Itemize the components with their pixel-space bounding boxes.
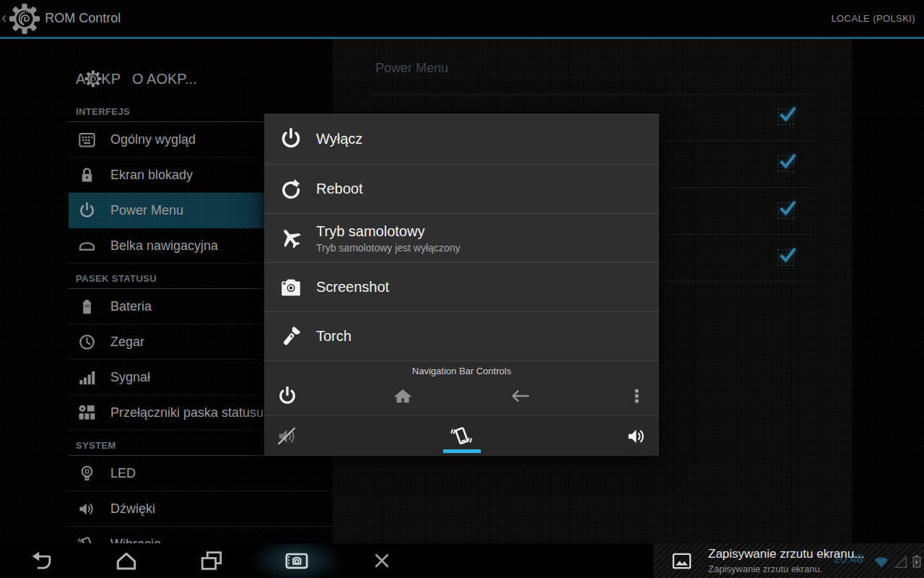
nav-bar-icon	[77, 236, 97, 256]
home-button[interactable]	[99, 543, 154, 578]
sidebar-item-led[interactable]: LED	[69, 456, 333, 491]
dialog-item-label: Screenshot	[316, 279, 389, 296]
dialog-item-label: Reboot	[316, 181, 363, 197]
navctl-home-button[interactable]	[385, 380, 420, 412]
sidebar-item-label: Belka nawigacyjna	[110, 238, 218, 254]
dialog-item-reboot[interactable]: Reboot	[264, 164, 659, 213]
vibrate-icon	[77, 535, 97, 544]
sidebar-item-label: Ekran blokady	[110, 168, 193, 183]
sidebar-item-label: Wibracje	[110, 537, 161, 544]
sidebar-item-label: Sygnał	[110, 370, 150, 385]
sound-mode-vibrate-button[interactable]	[443, 420, 480, 452]
app-title: ROM Control	[45, 11, 121, 26]
checkbox-checked[interactable]	[777, 155, 794, 172]
power-icon	[77, 201, 97, 220]
sound-mode-selected-indicator	[443, 449, 481, 453]
app-grid-icon	[77, 130, 97, 150]
clock-icon	[77, 332, 97, 352]
sidebar-item-label: Dźwięki	[110, 501, 155, 517]
locale-menu-item[interactable]: LOCALE (POLSKI)	[831, 13, 915, 24]
up-caret-icon: ‹	[1, 9, 6, 27]
toggles-icon	[77, 403, 97, 423]
about-word-pre: A	[76, 71, 85, 87]
aokp-mini-gear-icon	[84, 70, 102, 87]
cell-signal-icon	[893, 554, 909, 573]
dialog-item-power-off[interactable]: Wyłącz	[264, 113, 659, 164]
dialog-item-label: Tryb samolotowy	[316, 223, 460, 240]
recents-button[interactable]	[184, 543, 239, 578]
system-navigation-bar: 20:46	[0, 543, 924, 578]
picture-icon	[671, 550, 693, 575]
dialog-item-sublabel: Tryb samolotowy jest wyłączony	[316, 242, 460, 254]
battery-icon	[77, 297, 97, 316]
about-word-post: KP	[101, 71, 121, 87]
checkbox-checked[interactable]	[777, 108, 794, 125]
sidebar-item-sounds[interactable]: Dźwięki	[69, 491, 333, 527]
panel-title: Power Menu	[333, 39, 852, 94]
content-area: A KP O AOKP... I	[0, 39, 924, 543]
dialog-item-screenshot[interactable]: Screenshot	[264, 262, 659, 311]
sidebar-item-label: Przełączniki paska statusu	[110, 405, 263, 420]
lock-icon	[77, 165, 97, 185]
bulb-icon	[77, 464, 97, 483]
sound-mode-silent-button[interactable]	[269, 420, 306, 452]
sidebar-item-label: Bateria	[110, 299, 152, 314]
dialog-item-torch[interactable]: Torch	[264, 311, 659, 361]
navctl-back-button[interactable]	[502, 380, 537, 412]
sound-mode-loud-button[interactable]	[618, 420, 655, 452]
dialog-item-label: Torch	[316, 328, 352, 345]
nav-controls-title: Navigation Bar Controls	[264, 361, 659, 376]
about-item-label: O AOKP...	[132, 71, 197, 87]
wifi-icon	[872, 553, 891, 574]
sidebar-item-label: Power Menu	[110, 203, 183, 218]
notification-subtitle: Zapisywanie zrzutu ekranu.	[708, 564, 822, 574]
navctl-menu-button[interactable]	[619, 380, 654, 412]
battery-charging-icon	[907, 552, 924, 572]
power-menu-dialog: Wyłącz Reboot	[264, 113, 659, 456]
screenshot-saving-notification[interactable]: 20:46	[653, 543, 924, 578]
tablet-screen: ‹ ROM Control LOCALE (POLSKI)	[0, 0, 924, 578]
screenshot-camera-button[interactable]	[269, 543, 324, 578]
power-icon	[277, 125, 305, 152]
aokp-gear-logo-icon	[9, 3, 40, 35]
sidebar-item-about-aokp[interactable]: A KP O AOKP...	[69, 61, 333, 97]
sound-mode-section	[264, 415, 659, 456]
signal-icon	[77, 368, 97, 387]
checkbox-checked[interactable]	[777, 249, 794, 266]
airplane-icon	[277, 225, 305, 252]
sidebar-item-label: LED	[110, 466, 136, 481]
checkbox-checked[interactable]	[777, 202, 794, 219]
dialog-item-label: Wyłącz	[316, 131, 362, 147]
reboot-icon	[277, 176, 305, 203]
speaker-icon	[77, 499, 97, 519]
close-button[interactable]	[354, 543, 409, 578]
navctl-power-button[interactable]	[270, 380, 305, 412]
sidebar-item-vibrations[interactable]: Wibracje	[69, 527, 333, 543]
notification-title: Zapisywanie zrzutu ekranu...	[708, 547, 864, 561]
dialog-item-airplane-mode[interactable]: Tryb samolotowy Tryb samolotowy jest wył…	[264, 213, 659, 262]
flashlight-icon	[277, 323, 305, 350]
action-bar: ‹ ROM Control LOCALE (POLSKI)	[0, 0, 924, 39]
back-button[interactable]	[14, 543, 69, 578]
sidebar-item-label: Zegar	[110, 335, 144, 350]
navigation-bar-controls-section: Navigation Bar Controls	[264, 361, 659, 415]
sidebar-item-label: Ogólny wygląd	[110, 132, 196, 147]
camera-icon	[277, 274, 305, 301]
